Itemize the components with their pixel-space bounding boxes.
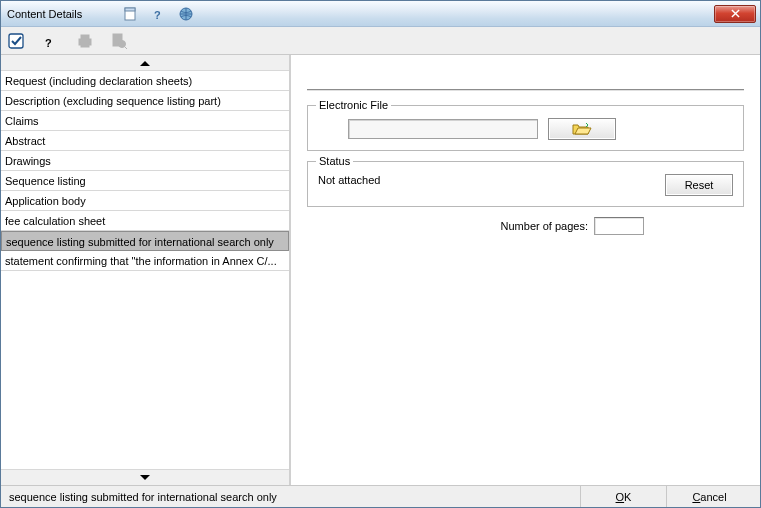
electronic-file-legend: Electronic File [316, 99, 391, 111]
list-item[interactable]: Application body [1, 191, 289, 211]
validate-button[interactable] [7, 31, 27, 51]
electronic-file-path [348, 119, 538, 139]
list-item[interactable]: sequence listing submitted for internati… [1, 231, 289, 251]
chevron-up-icon [139, 59, 151, 67]
statusbar: sequence listing submitted for internati… [1, 485, 760, 507]
list-item[interactable]: Description (excluding sequence listing … [1, 91, 289, 111]
close-icon [731, 9, 740, 18]
svg-rect-1 [125, 8, 135, 11]
content-list[interactable]: Request (including declaration sheets)De… [1, 71, 289, 469]
list-item[interactable]: Claims [1, 111, 289, 131]
help-icon: ? [150, 6, 166, 22]
content-list-pane: Request (including declaration sheets)De… [1, 55, 291, 485]
window-title: Content Details [7, 8, 82, 20]
scroll-up-button[interactable] [1, 55, 289, 71]
titlebar: Content Details ? [1, 1, 760, 27]
svg-text:?: ? [45, 37, 52, 49]
cancel-button[interactable]: Cancel [666, 486, 752, 507]
print-icon [75, 31, 95, 51]
preview-icon [109, 31, 129, 51]
close-button[interactable] [714, 5, 756, 23]
svg-rect-7 [81, 35, 89, 39]
globe-icon [178, 6, 194, 22]
list-item[interactable]: statement confirming that "the informati… [1, 251, 289, 271]
pages-row: Number of pages: [307, 217, 744, 235]
status-value: Not attached [318, 174, 665, 186]
status-legend: Status [316, 155, 353, 167]
print-button [75, 31, 95, 51]
svg-rect-8 [81, 43, 89, 47]
validate-icon [7, 31, 27, 51]
chevron-down-icon [139, 474, 151, 482]
reset-button[interactable]: Reset [665, 174, 733, 196]
svg-line-11 [125, 46, 128, 49]
pages-input[interactable] [594, 217, 644, 235]
toolbar: ? [1, 27, 760, 55]
scroll-down-button[interactable] [1, 469, 289, 485]
folder-open-icon [572, 122, 592, 136]
browse-button[interactable] [548, 118, 616, 140]
svg-rect-4 [9, 34, 23, 48]
titlebar-parent-icons: ? [122, 6, 194, 22]
svg-point-10 [119, 40, 126, 47]
list-item[interactable]: Sequence listing [1, 171, 289, 191]
list-item[interactable]: Request (including declaration sheets) [1, 71, 289, 91]
help-icon: ? [41, 31, 61, 51]
electronic-file-group: Electronic File [307, 105, 744, 151]
pages-label: Number of pages: [501, 220, 588, 232]
dialog-body: Request (including declaration sheets)De… [1, 55, 760, 485]
reset-button-label: Reset [685, 179, 714, 191]
statusbar-text: sequence listing submitted for internati… [9, 491, 580, 503]
content-details-window: Content Details ? ? Request (inc [0, 0, 761, 508]
preview-button [109, 31, 129, 51]
status-group: Status Not attached Reset [307, 161, 744, 207]
list-item[interactable]: fee calculation sheet [1, 211, 289, 231]
list-item[interactable]: Abstract [1, 131, 289, 151]
detail-pane: Electronic File Status [291, 55, 760, 485]
help-button[interactable]: ? [41, 31, 61, 51]
svg-text:?: ? [154, 9, 161, 21]
list-item[interactable]: Drawings [1, 151, 289, 171]
document-icon [122, 6, 138, 22]
ok-button[interactable]: OK [580, 486, 666, 507]
